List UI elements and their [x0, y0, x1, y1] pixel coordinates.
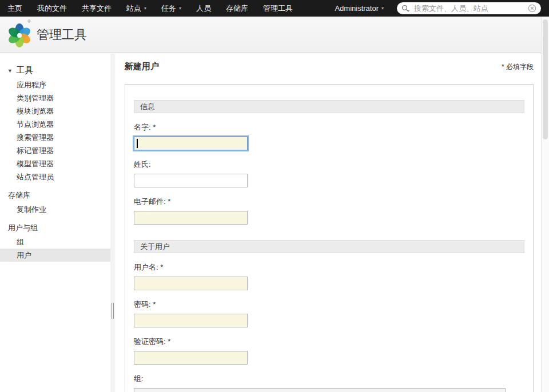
sidebar-item-replication-jobs[interactable]: 复制作业	[0, 203, 110, 216]
sidebar-item-search-manager[interactable]: 搜索管理器	[0, 131, 110, 144]
password-input[interactable]	[134, 314, 248, 327]
sidebar-item-application[interactable]: 应用程序	[0, 78, 110, 91]
page-title-admin-tools: 管理工具	[37, 17, 87, 53]
nav-admin-tools[interactable]: 管理工具	[256, 0, 300, 17]
field-last-name: 姓氏:	[134, 159, 524, 187]
scrollbar-thumb[interactable]	[543, 19, 548, 139]
nav-repository[interactable]: 存储库	[218, 0, 256, 17]
new-user-content: 新建用户 * 必填字段 信息 名字: * 姓氏: 电子邮件: * 关于用户	[115, 54, 541, 392]
form-title: 新建用户	[125, 61, 159, 72]
sidebar-item-node-browser[interactable]: 节点浏览器	[0, 118, 110, 131]
verify-password-input[interactable]	[134, 351, 248, 365]
field-email: 电子邮件: *	[134, 197, 524, 225]
sidebar-item-model-manager[interactable]: 模型管理器	[0, 157, 110, 170]
verify-password-label: 验证密码: *	[134, 337, 524, 347]
password-label: 密码: *	[134, 299, 524, 310]
nav-my-files[interactable]: 我的文件	[30, 0, 74, 17]
first-name-input[interactable]	[134, 137, 248, 150]
last-name-label: 姓氏:	[134, 159, 524, 170]
chevron-down-icon: ▾	[179, 0, 181, 17]
field-username: 用户名: *	[134, 262, 524, 290]
sidebar-item-site-admin[interactable]: 站点管理员	[0, 170, 110, 183]
sidebar-item-groups[interactable]: 组	[0, 235, 110, 249]
section-header-about-user: 关于用户	[134, 240, 524, 253]
sidebar-section-users-groups: 用户与组	[0, 221, 110, 235]
nav-tasks-menu[interactable]: 任务▾	[154, 0, 189, 17]
sidebar-section-tools[interactable]: ▼ 工具	[0, 63, 110, 78]
admin-tools-sidebar: ▼ 工具 应用程序 类别管理器 模块浏览器 节点浏览器 搜索管理器 标记管理器 …	[0, 54, 110, 392]
nav-sites-menu[interactable]: 站点▾	[119, 0, 154, 17]
required-fields-note: * 必填字段	[502, 62, 534, 72]
global-search-box[interactable]: ▾	[397, 2, 541, 14]
search-scope-caret-icon: ▾	[408, 9, 409, 13]
vertical-scrollbar[interactable]	[541, 17, 549, 392]
section-header-info: 信息	[134, 100, 524, 113]
chevron-down-icon: ▾	[144, 0, 146, 17]
email-label: 电子邮件: *	[134, 197, 524, 207]
sidebar-item-users[interactable]: 用户	[0, 249, 110, 262]
last-name-input[interactable]	[134, 174, 248, 187]
field-first-name: 名字: *	[134, 122, 524, 150]
registered-trademark: ®	[27, 19, 31, 24]
field-groups: 组: 搜索	[134, 374, 524, 392]
email-input[interactable]	[134, 211, 248, 225]
sidebar-item-category-manager[interactable]: 类别管理器	[0, 91, 110, 105]
alfresco-flower-logo	[5, 20, 34, 50]
collapse-triangle-icon[interactable]: ▼	[7, 68, 13, 74]
top-navigation-bar: 主页 我的文件 共享文件 站点▾ 任务▾ 人员 存储库 管理工具 Adminis…	[0, 0, 549, 17]
sidebar-item-tag-manager[interactable]: 标记管理器	[0, 144, 110, 157]
text-caret	[137, 139, 138, 148]
username-input[interactable]	[134, 277, 248, 290]
groups-label: 组:	[134, 374, 524, 384]
username-label: 用户名: *	[134, 262, 524, 273]
field-password: 密码: *	[134, 299, 524, 327]
user-menu-administrator[interactable]: Administrator ▾	[327, 0, 391, 17]
sidebar-splitter[interactable]	[110, 54, 115, 392]
nav-shared-files[interactable]: 共享文件	[74, 0, 119, 17]
group-picker-panel: 搜索	[134, 388, 506, 392]
clear-search-icon[interactable]	[528, 4, 536, 13]
splitter-grip-icon[interactable]	[112, 303, 114, 319]
sidebar-section-repository: 存储库	[0, 188, 110, 203]
new-user-form-panel: 信息 名字: * 姓氏: 电子邮件: * 关于用户 用户名: *	[125, 84, 534, 392]
sidebar-item-module-browser[interactable]: 模块浏览器	[0, 105, 110, 118]
page-header: ® 管理工具	[0, 17, 549, 53]
field-verify-password: 验证密码: *	[134, 337, 524, 365]
first-name-label: 名字: *	[134, 122, 524, 133]
chevron-down-icon: ▾	[381, 0, 384, 17]
nav-home[interactable]: 主页	[0, 0, 30, 17]
global-search-input[interactable]	[414, 4, 528, 13]
nav-people[interactable]: 人员	[189, 0, 218, 17]
